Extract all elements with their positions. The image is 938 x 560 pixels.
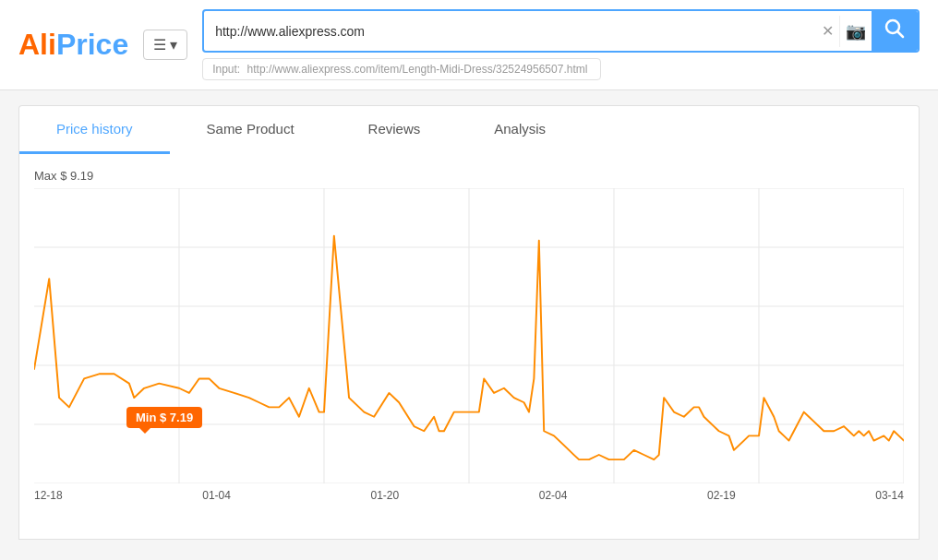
logo-ali: Ali xyxy=(18,28,56,62)
x-label-6: 03-14 xyxy=(875,489,904,502)
search-camera-button[interactable]: 📷 xyxy=(839,16,872,47)
logo[interactable]: AliPrice xyxy=(18,28,128,62)
tab-analysis[interactable]: Analysis xyxy=(457,106,583,154)
search-clear-button[interactable]: ✕ xyxy=(816,17,839,45)
search-button[interactable] xyxy=(872,11,918,51)
svg-line-1 xyxy=(897,31,903,37)
chart-container: Max $ 9.19 Min $ 7.19 12-18 01-04 01-20 xyxy=(18,154,920,540)
x-label-1: 12-18 xyxy=(34,489,63,502)
search-area: ✕ 📷 Input: http://www.aliexpress.com/ite… xyxy=(202,9,920,80)
menu-icon: ☰ xyxy=(153,36,166,54)
menu-button[interactable]: ☰ ▾ xyxy=(143,30,187,60)
tab-price-history[interactable]: Price history xyxy=(19,106,170,154)
price-chart-svg xyxy=(34,188,904,483)
hint-value: http://www.aliexpress.com/item/Length-Mi… xyxy=(247,63,588,76)
tab-same-product[interactable]: Same Product xyxy=(170,106,331,154)
search-hint: Input: http://www.aliexpress.com/item/Le… xyxy=(202,58,920,80)
x-axis-labels: 12-18 01-04 01-20 02-04 02-19 03-14 xyxy=(34,483,904,502)
x-label-5: 02-19 xyxy=(707,489,736,502)
chart-max-label: Max $ 9.19 xyxy=(34,169,904,183)
tabs-container: Price history Same Product Reviews Analy… xyxy=(18,105,920,154)
x-label-4: 02-04 xyxy=(539,489,568,502)
hint-label: Input: xyxy=(212,63,240,76)
search-row: ✕ 📷 xyxy=(202,9,920,53)
x-label-3: 01-20 xyxy=(371,489,400,502)
search-input[interactable] xyxy=(204,17,816,46)
logo-price: Price xyxy=(56,28,128,62)
chart-wrapper: Min $ 7.19 xyxy=(34,188,904,483)
tab-reviews[interactable]: Reviews xyxy=(331,106,458,154)
header: AliPrice ☰ ▾ ✕ 📷 Input: http://www.aliex… xyxy=(0,0,938,90)
x-label-2: 01-04 xyxy=(202,489,231,502)
menu-chevron-icon: ▾ xyxy=(170,36,177,54)
search-icon xyxy=(884,18,905,43)
